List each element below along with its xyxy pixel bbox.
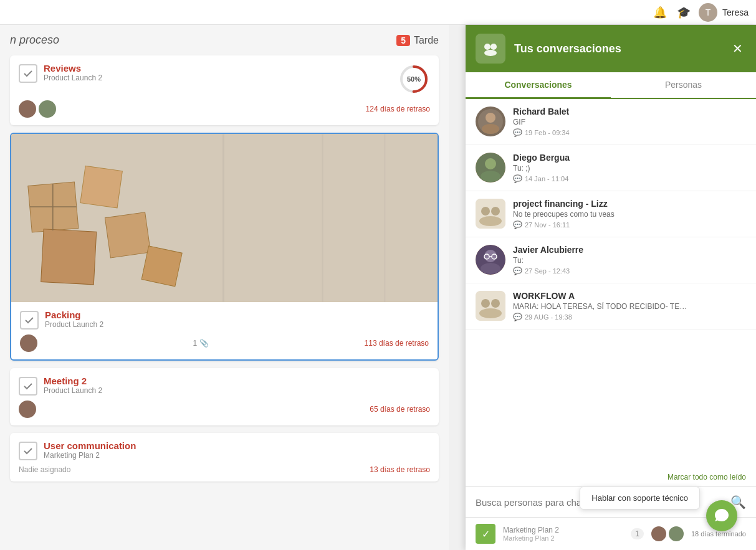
avatar bbox=[19, 100, 36, 118]
user-name: Teresa bbox=[722, 7, 749, 17]
avatar bbox=[19, 401, 36, 418]
svg-rect-4 bbox=[322, 134, 323, 301]
conv-item-workflow[interactable]: WORKFLOW A MARIA: HOLA TERESA, SÍ TODO R… bbox=[466, 283, 756, 330]
svg-point-21 bbox=[481, 171, 500, 182]
progress-ring: 50% bbox=[398, 63, 430, 95]
task-card-packing: Packing Product Launch 2 1 📎 113 días de… bbox=[10, 133, 439, 361]
svg-rect-7 bbox=[80, 166, 123, 208]
card-header: Packing Product Launch 2 bbox=[20, 310, 429, 330]
conv-preview: No te preocupes como tu veas bbox=[513, 210, 687, 219]
kanban-header: n proceso 5 Tarde bbox=[0, 25, 449, 55]
preview-checkbox: ✓ bbox=[476, 524, 495, 544]
task-card: Reviews Product Launch 2 50% 124 días de… bbox=[10, 55, 439, 125]
svg-point-24 bbox=[491, 207, 500, 216]
task-subtitle: Product Launch 2 bbox=[44, 386, 430, 395]
conv-item-javier[interactable]: Javier Alcubierre Tu: 💬 27 Sep - 12:43 bbox=[466, 237, 756, 283]
assigned-label: Nadie asignado bbox=[19, 465, 70, 474]
conv-info: Richard Balet GIF 💬 19 Feb - 09:34 bbox=[513, 107, 746, 137]
graduation-icon[interactable]: 🎓 bbox=[675, 4, 692, 21]
card-footer: 1 📎 113 días de retraso bbox=[20, 334, 429, 352]
conv-avatar bbox=[476, 245, 505, 275]
delay-text: 124 días de retraso bbox=[366, 105, 430, 113]
process-title: n proceso bbox=[10, 34, 59, 47]
conv-item-diego[interactable]: Diego Bergua Tu: ;) 💬 14 Jan - 11:04 bbox=[466, 145, 756, 191]
progress-label: 50% bbox=[407, 75, 421, 83]
conv-name: Richard Balet bbox=[513, 107, 746, 116]
conv-name: Javier Alcubierre bbox=[513, 245, 746, 255]
card-title-section: User communication Marketing Plan 2 bbox=[44, 440, 430, 460]
avatars-row bbox=[20, 334, 37, 352]
preview-time: 18 días terminado bbox=[691, 530, 746, 538]
task-title[interactable]: Reviews bbox=[44, 63, 391, 73]
conv-meta: 💬 27 Sep - 12:43 bbox=[513, 267, 746, 275]
conv-meta: 💬 27 Nov - 16:11 bbox=[513, 220, 746, 229]
task-subtitle: Product Launch 2 bbox=[45, 320, 429, 329]
svg-rect-3 bbox=[222, 134, 224, 301]
conv-preview: MARIA: HOLA TERESA, SÍ TODO RECIBIDO- TE… bbox=[513, 302, 687, 311]
avatar bbox=[669, 526, 684, 541]
task-title[interactable]: User communication bbox=[44, 440, 430, 451]
support-chat-button[interactable] bbox=[706, 500, 737, 531]
card-body: Packing Product Launch 2 1 📎 113 días de… bbox=[11, 302, 438, 359]
svg-point-34 bbox=[491, 299, 500, 308]
card-image bbox=[11, 134, 438, 302]
card-header: User communication Marketing Plan 2 bbox=[19, 440, 430, 460]
late-label: Tarde bbox=[414, 35, 439, 46]
conversations-panel: Tus conversaciones ✕ Conversaciones Pers… bbox=[466, 25, 756, 550]
svg-point-33 bbox=[481, 299, 490, 308]
conv-icon bbox=[476, 34, 505, 64]
task-card-meeting: Meeting 2 Product Launch 2 65 días de re… bbox=[10, 368, 439, 425]
task-checkbox[interactable] bbox=[19, 442, 37, 460]
tab-personas[interactable]: Personas bbox=[611, 72, 756, 98]
avatar bbox=[20, 334, 37, 352]
conv-info: project financing - Lizz No te preocupes… bbox=[513, 199, 746, 229]
card-title-section: Reviews Product Launch 2 bbox=[44, 63, 391, 82]
user-avatar[interactable]: T bbox=[699, 3, 717, 22]
card-header: Meeting 2 Product Launch 2 bbox=[19, 376, 430, 396]
conv-preview: Tu: ;) bbox=[513, 164, 687, 173]
task-title[interactable]: Meeting 2 bbox=[44, 376, 430, 386]
svg-point-20 bbox=[485, 158, 496, 169]
task-card-user-comm: User communication Marketing Plan 2 Nadi… bbox=[10, 433, 439, 481]
preview-title: Marketing Plan 2 bbox=[503, 526, 623, 534]
conv-info: Javier Alcubierre Tu: 💬 27 Sep - 12:43 bbox=[513, 245, 746, 275]
svg-rect-10 bbox=[141, 246, 182, 287]
task-checkbox[interactable] bbox=[19, 64, 37, 83]
close-icon[interactable]: ✕ bbox=[729, 40, 746, 57]
conv-meta: 💬 14 Jan - 11:04 bbox=[513, 174, 746, 183]
preview-count: 1 bbox=[631, 528, 644, 539]
conv-list: Richard Balet GIF 💬 19 Feb - 09:34 Diego… bbox=[466, 99, 756, 468]
card-title-section: Packing Product Launch 2 bbox=[45, 310, 429, 329]
task-title[interactable]: Packing bbox=[45, 310, 429, 320]
conv-name: WORKFLOW A bbox=[513, 291, 746, 301]
delay-text: 13 días de retraso bbox=[370, 465, 430, 474]
conv-avatar bbox=[476, 107, 505, 136]
cards-container: Reviews Product Launch 2 50% 124 días de… bbox=[0, 55, 449, 481]
tab-conversaciones[interactable]: Conversaciones bbox=[466, 72, 611, 99]
task-checkbox[interactable] bbox=[20, 311, 39, 330]
svg-point-17 bbox=[486, 113, 495, 123]
task-checkbox[interactable] bbox=[19, 377, 37, 396]
svg-rect-9 bbox=[105, 212, 150, 258]
conv-avatar-group bbox=[476, 199, 505, 229]
avatar bbox=[651, 526, 666, 541]
svg-point-27 bbox=[484, 250, 497, 262]
conv-item-richard[interactable]: Richard Balet GIF 💬 19 Feb - 09:34 bbox=[466, 99, 756, 145]
notification-icon[interactable]: 🔔 bbox=[651, 4, 669, 21]
avatar bbox=[39, 100, 56, 118]
conv-name: project financing - Lizz bbox=[513, 199, 746, 209]
top-bar: 🔔 🎓 T Teresa bbox=[0, 0, 756, 25]
conv-meta: 💬 29 AUG - 19:38 bbox=[513, 313, 746, 321]
conv-preview: GIF bbox=[513, 118, 687, 126]
conv-avatar-workflow bbox=[476, 291, 505, 321]
svg-point-14 bbox=[490, 44, 497, 50]
task-subtitle: Product Launch 2 bbox=[44, 73, 391, 82]
conv-header: Tus conversaciones ✕ bbox=[466, 25, 756, 72]
conv-name: Diego Bergua bbox=[513, 153, 746, 163]
mark-read-btn[interactable]: Marcar todo como leído bbox=[466, 468, 756, 486]
conv-item-project-financing[interactable]: project financing - Lizz No te preocupes… bbox=[466, 191, 756, 237]
svg-point-13 bbox=[484, 44, 490, 50]
avatars-row bbox=[19, 100, 56, 118]
delay-text: 65 días de retraso bbox=[370, 405, 430, 414]
attach-info: 1 📎 bbox=[193, 339, 209, 348]
